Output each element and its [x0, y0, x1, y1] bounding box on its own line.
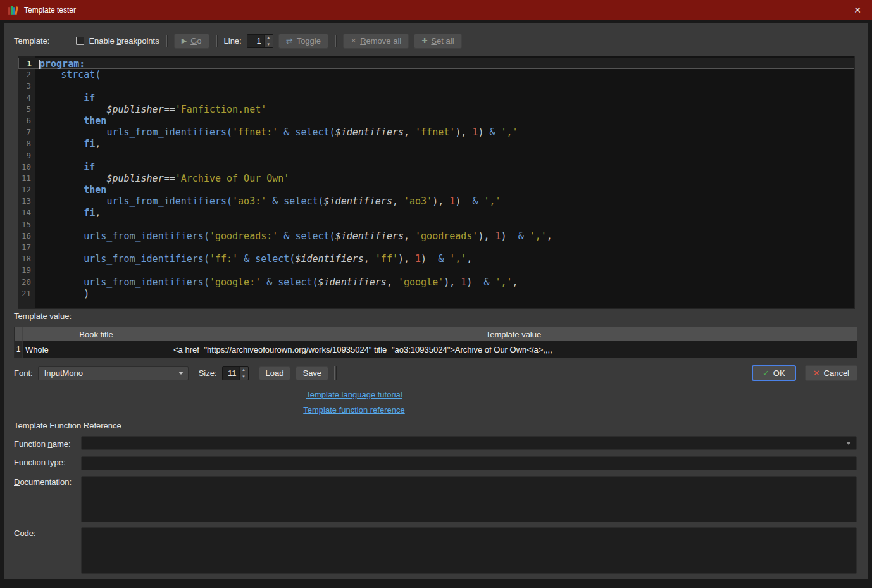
load-button[interactable]: Load [259, 366, 291, 380]
table-row[interactable]: 1 Whole <a href="https://archiveofourown… [15, 341, 857, 358]
line-number: 14 [18, 207, 31, 218]
code-text: fi, [38, 207, 101, 218]
cancel-x-icon: ✕ [813, 368, 820, 378]
code-line-7[interactable]: 7 urls_from_identifiers('ffnet:' & selec… [18, 127, 854, 138]
code-text: then [38, 115, 106, 127]
documentation-field[interactable] [81, 476, 857, 522]
spin-down-icon[interactable]: ▼ [240, 373, 248, 380]
code-line-6[interactable]: 6 then [18, 115, 854, 127]
cancel-button-label: Cancel [824, 368, 849, 378]
template-editor[interactable]: 1program:2 strcat(34 if5 $publisher=='Fa… [18, 56, 855, 309]
go-button[interactable]: ▶Go [174, 34, 209, 49]
code-line-16[interactable]: 16 urls_from_identifiers('goodreads:' & … [18, 230, 854, 242]
font-size-spinbox[interactable]: 11 ▲▼ [222, 366, 249, 380]
cancel-button[interactable]: ✕Cancel [805, 365, 857, 381]
titlebar[interactable]: Template tester ✕ [0, 0, 872, 20]
code-line-19[interactable]: 19 [18, 265, 854, 276]
table-header-row: Book title Template value [15, 327, 857, 341]
code-text: urls_from_identifiers('goodreads:' & sel… [38, 230, 552, 242]
code-text: program: [39, 58, 85, 68]
code-line-15[interactable]: 15 [18, 219, 854, 230]
code-text: urls_from_identifiers('ao3:' & select($i… [38, 196, 501, 207]
play-icon: ▶ [182, 37, 187, 44]
toolbar-separator [335, 35, 336, 47]
book-title-cell[interactable]: Whole [23, 341, 170, 358]
line-number: 4 [18, 92, 31, 104]
close-icon[interactable]: ✕ [843, 0, 872, 20]
remove-all-button[interactable]: ✕Remove all [343, 34, 409, 49]
code-line-14[interactable]: 14 fi, [18, 207, 854, 218]
line-number: 9 [18, 150, 31, 161]
ok-button[interactable]: ✓OK [752, 365, 796, 381]
column-header-template-value[interactable]: Template value [170, 327, 857, 341]
enable-breakpoints-checkbox[interactable]: Enable breakpoints [76, 36, 159, 46]
code-text: if [38, 161, 95, 173]
code-line-9[interactable]: 9 [18, 150, 854, 161]
function-name-combobox[interactable] [81, 436, 857, 450]
checkbox-box-icon[interactable] [76, 37, 84, 45]
chevron-down-icon [846, 442, 851, 445]
code-text: ) [38, 288, 89, 299]
column-header-book-title[interactable]: Book title [23, 327, 170, 341]
code-lines: 1program:2 strcat(34 if5 $publisher=='Fa… [18, 56, 854, 299]
checkmark-icon: ✓ [763, 368, 769, 378]
line-number: 21 [18, 288, 31, 299]
function-type-field [81, 456, 857, 470]
code-line-8[interactable]: 8 fi, [18, 138, 854, 149]
go-button-label: Go [190, 36, 201, 46]
code-line-5[interactable]: 5 $publisher=='Fanfiction.net' [18, 104, 854, 115]
remove-all-label: Remove all [360, 36, 401, 46]
window-title: Template tester [24, 6, 76, 15]
line-spinbox[interactable]: 1 ▲▼ [247, 34, 273, 48]
code-line-2[interactable]: 2 strcat( [18, 69, 854, 80]
splitter-handle[interactable] [334, 366, 337, 380]
function-reference-title: Template Function Reference [14, 421, 121, 430]
line-number: 13 [18, 196, 31, 207]
spin-up-icon[interactable]: ▲ [240, 367, 248, 373]
line-number: 15 [18, 219, 31, 230]
code-line-4[interactable]: 4 if [18, 92, 854, 104]
template-value-cell[interactable]: <a href="https://archiveofourown.org/wor… [170, 341, 857, 358]
code-line-12[interactable]: 12 then [18, 184, 854, 196]
spin-down-icon[interactable]: ▼ [265, 41, 273, 47]
toggle-button[interactable]: ⇄Toggle [278, 34, 328, 49]
function-name-label: Function name: [14, 439, 71, 449]
code-line-13[interactable]: 13 urls_from_identifiers('ao3:' & select… [18, 196, 854, 207]
ok-button-label: OK [773, 368, 785, 378]
code-line-21[interactable]: 21 ) [18, 288, 854, 299]
template-function-reference-link[interactable]: Template function reference [4, 405, 704, 415]
save-button[interactable]: Save [296, 366, 328, 380]
line-number: 20 [18, 277, 31, 288]
line-number: 17 [18, 242, 31, 253]
set-all-plus-icon: ✚ [421, 37, 427, 44]
code-field[interactable] [81, 527, 857, 574]
remove-all-x-icon: ✕ [351, 37, 356, 44]
toolbar-separator [216, 35, 217, 47]
line-number: 10 [18, 161, 31, 173]
code-line-11[interactable]: 11 $publisher=='Archive of Our Own' [18, 173, 854, 184]
line-number: 2 [18, 69, 31, 80]
spin-up-icon[interactable]: ▲ [265, 35, 273, 41]
font-family-combobox[interactable]: InputMono [38, 366, 189, 380]
toggle-breakpoint-icon: ⇄ [286, 37, 293, 45]
code-line-17[interactable]: 17 [18, 242, 854, 253]
toggle-button-label: Toggle [297, 36, 321, 46]
line-number: 16 [18, 230, 31, 242]
set-all-label: Set all [431, 36, 454, 46]
code-line-1[interactable]: 1program: [18, 58, 854, 69]
code-text: fi, [38, 138, 101, 149]
set-all-button[interactable]: ✚Set all [414, 34, 461, 49]
code-line-10[interactable]: 10 if [18, 161, 854, 173]
template-value-label: Template value: [14, 311, 72, 321]
template-language-tutorial-link[interactable]: Template language tutorial [4, 390, 704, 399]
code-line-20[interactable]: 20 urls_from_identifiers('google:' & sel… [18, 277, 854, 288]
line-number: 8 [18, 138, 31, 149]
code-text: urls_from_identifiers('google:' & select… [38, 277, 518, 288]
line-number: 19 [18, 265, 31, 276]
chevron-down-icon [178, 372, 184, 375]
code-label: Code: [14, 529, 36, 538]
calibre-app-icon [8, 5, 18, 16]
code-text: strcat( [38, 69, 101, 80]
code-line-18[interactable]: 18 urls_from_identifiers('ff:' & select(… [18, 253, 854, 265]
code-line-3[interactable]: 3 [18, 80, 854, 92]
